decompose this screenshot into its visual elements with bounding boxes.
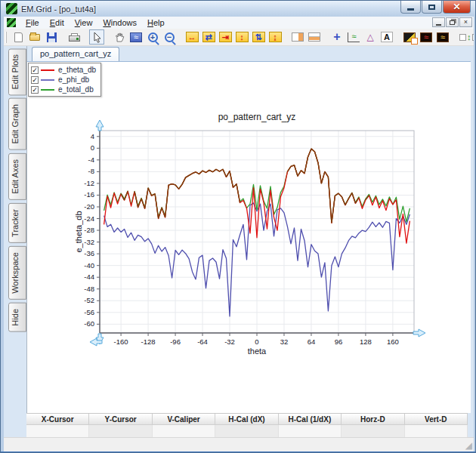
legend-label: e_theta_db — [58, 66, 96, 74]
print-icon — [69, 35, 80, 42]
toolbar-expand-x-button[interactable]: ↔ — [184, 29, 199, 45]
x-tick-label: 128 — [360, 337, 372, 346]
toolbar-tracker-button[interactable]: ≈ — [346, 29, 361, 45]
legend-checkbox-e_theta_db[interactable]: ✓ — [31, 66, 39, 74]
toolbar-zoom-out-button[interactable]: − — [162, 29, 177, 45]
y-tick-label: -28 — [84, 226, 94, 234]
save-icon — [47, 32, 57, 42]
chart-canvas[interactable]: -160-128-96-64-32032649612816040-4-8-12-… — [27, 62, 468, 413]
menu-windows[interactable]: Windows — [97, 17, 142, 28]
side-tab-strip: Edit PlotsEdit GraphEdit AxesTrackerWork… — [4, 46, 26, 437]
close-button[interactable]: ✕ — [443, 1, 471, 14]
toolbar-cursor-cross-button[interactable]: + — [329, 29, 345, 45]
resize-grip[interactable]: ◢ — [465, 441, 472, 450]
toolbar-grip[interactable] — [5, 32, 7, 43]
legend-row-e_theta_db: ✓e_theta_db — [31, 65, 96, 75]
side-tab-tracker[interactable]: Tracker — [8, 203, 26, 243]
toolbar-split-vertical-button[interactable] — [290, 29, 305, 45]
y-tick-label: -36 — [84, 249, 94, 257]
x-tick-label: 96 — [335, 337, 343, 346]
tracker-col-v-caliper: V-Caliper — [153, 414, 215, 425]
toolbar-open-button[interactable] — [27, 29, 42, 45]
x-tick-label: -128 — [141, 337, 156, 346]
side-tab-workspace[interactable]: Workspace — [8, 246, 26, 300]
cursor-cross-icon: + — [333, 32, 340, 42]
legend-row-e_phi_db: ✓e_phi_db — [31, 75, 96, 85]
x-tick-label: -64 — [197, 337, 208, 346]
close-icon: ✕ — [453, 2, 460, 11]
axis-scroll-right-arrow — [413, 329, 425, 337]
tracker-col-horz-d: Horz-D — [342, 414, 404, 425]
shrink-x-icon: ⇄ — [202, 32, 215, 42]
tracker-value-cell — [405, 425, 468, 437]
mdi-close-button[interactable]: × — [459, 17, 472, 27]
toolbar-zoom-in-button[interactable]: + — [145, 29, 160, 45]
legend-row-e_total_db: ✓e_total_db — [31, 85, 96, 94]
side-tab-hide[interactable]: Hide — [8, 303, 26, 332]
tracker-value-cell — [279, 425, 342, 437]
x-tick-label: -96 — [170, 337, 181, 346]
toolbar-edit-axes-button[interactable]: ≈ — [435, 29, 450, 45]
x-tick-label: -160 — [114, 337, 128, 346]
mdi-restore-icon — [450, 20, 455, 25]
open-icon — [29, 34, 40, 41]
tracker-value-cell — [26, 425, 89, 437]
app-icon — [6, 3, 17, 14]
toolbar-new-button[interactable] — [11, 29, 26, 45]
mdi-document-icon[interactable] — [7, 18, 16, 27]
annotation-icon: A — [381, 32, 393, 42]
minimize-icon — [407, 8, 414, 11]
caliper-icon: △ — [366, 32, 373, 42]
menu-edit[interactable]: Edit — [45, 17, 70, 28]
toolbar-shrink-y-button[interactable]: ⇅ — [251, 29, 266, 45]
edit-graph-icon: ≈ — [420, 32, 432, 42]
split-horizontal-icon — [308, 32, 320, 42]
toolbar-fit-x-button[interactable]: ⇥ — [218, 29, 233, 45]
side-tab-edit-axes[interactable]: Edit Axes — [8, 153, 26, 200]
tracker-col-y-cursor: Y-Cursor — [89, 414, 152, 425]
toolbar-save-button[interactable] — [44, 29, 59, 45]
toolbar-edit-graph-button[interactable]: ≈ — [419, 29, 434, 45]
legend-checkbox-e_total_db[interactable]: ✓ — [31, 86, 39, 94]
maximize-icon — [428, 5, 435, 10]
link-y-icon: ↕ — [459, 33, 474, 41]
y-tick-label: -60 — [84, 319, 94, 328]
y-tick-label: -12 — [84, 179, 94, 187]
fit-x-icon: ⇥ — [219, 32, 232, 42]
legend-checkbox-e_phi_db[interactable]: ✓ — [31, 76, 39, 84]
mdi-minimize-icon — [436, 24, 441, 26]
em-grid-window: EM.Grid - [po_tut4a] ✕ FileEditViewWindo… — [0, 0, 476, 453]
toolbar-caliper-button[interactable]: △ — [363, 29, 378, 45]
tracker-value-cell — [342, 425, 404, 437]
workspace: Edit PlotsEdit GraphEdit AxesTrackerWork… — [4, 46, 474, 437]
mdi-restore-button[interactable] — [446, 17, 459, 27]
y-tick-label: 0 — [91, 143, 94, 152]
toolbar-print-button[interactable] — [66, 29, 82, 45]
toolbar-shrink-x-button[interactable]: ⇄ — [201, 29, 216, 45]
tracker-table: X-CursorY-CursorV-CaliperH-Cal (dX)H-Cal… — [26, 413, 468, 437]
menu-view[interactable]: View — [70, 17, 98, 28]
mdi-minimize-button[interactable] — [432, 17, 445, 27]
toolbar-split-horizontal-button[interactable] — [307, 29, 322, 45]
zoom-box-icon: ≈ — [130, 32, 142, 42]
toolbar-annotation-button[interactable]: A — [379, 29, 394, 45]
side-tab-edit-plots[interactable]: Edit Plots — [8, 48, 26, 95]
y-tick-label: -32 — [84, 238, 94, 246]
maximize-button[interactable] — [422, 1, 442, 14]
toolbar-zoom-box-button[interactable]: ≈ — [128, 29, 144, 45]
toolbar-expand-y-button[interactable]: ↕ — [234, 29, 249, 45]
side-tab-edit-graph[interactable]: Edit Graph — [8, 98, 26, 150]
menu-file[interactable]: File — [20, 17, 45, 28]
graph-area: po_pattern_cart_yz ✓e_theta_db✓e_phi_db✓… — [26, 46, 471, 413]
title-bar[interactable]: EM.Grid - [po_tut4a] ✕ — [1, 1, 476, 17]
toolbar-pan-button[interactable] — [112, 29, 127, 45]
toolbar-fit-y-button[interactable]: ↨ — [267, 29, 283, 45]
toolbar-link-y-button[interactable]: ↕ — [458, 29, 474, 45]
menu-help[interactable]: Help — [142, 17, 170, 28]
window-title: EM.Grid - [po_tut4a] — [21, 5, 96, 14]
fit-y-icon: ↨ — [269, 32, 282, 42]
toolbar-graph-settings-button[interactable] — [402, 29, 417, 45]
tab-po-pattern-cart-yz[interactable]: po_pattern_cart_yz — [32, 47, 119, 61]
minimize-button[interactable] — [400, 1, 421, 14]
toolbar-select-pointer-button[interactable] — [89, 29, 104, 45]
